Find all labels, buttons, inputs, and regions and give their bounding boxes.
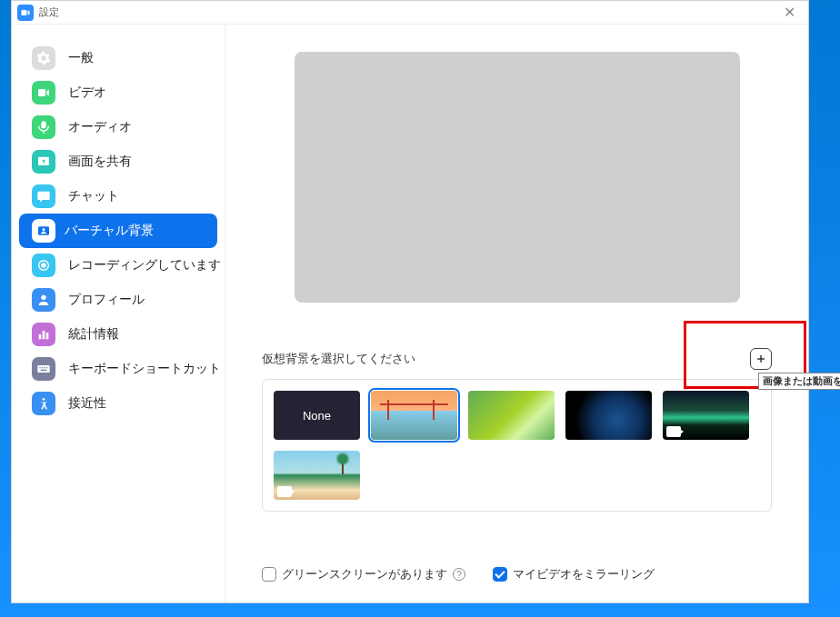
sidebar-item-share[interactable]: 画面を共有 [12,144,225,179]
app-icon [17,5,34,21]
mirror-checkbox[interactable]: マイビデオをミラーリング [493,566,655,582]
video-badge-icon [666,426,681,437]
sidebar-item-label: レコーディングしています [68,257,221,274]
svg-rect-13 [42,367,43,368]
content-area: 一般 ビデオ オーディオ 画面を共有 [12,25,808,602]
sidebar-item-keyboard[interactable]: キーボードショートカット [12,352,225,386]
keyboard-icon [32,357,55,381]
share-icon [32,150,55,174]
background-beach[interactable] [274,451,360,500]
profile-icon [32,288,55,312]
mirror-label: マイビデオをミラーリング [513,566,655,582]
background-selector: None [262,379,772,512]
sidebar-item-label: キーボードショートカット [68,361,221,377]
svg-rect-16 [41,370,47,371]
svg-rect-12 [39,367,40,368]
main-panel: 仮想背景を選択してください ＋ 画像または動画を追加 None [225,25,808,602]
svg-point-4 [43,228,45,231]
virtual-background-icon [32,219,55,243]
sidebar-item-label: オーディオ [68,119,132,135]
sidebar-item-label: 統計情報 [68,326,119,343]
svg-rect-8 [39,334,42,339]
svg-rect-0 [22,10,27,15]
sidebar-item-recording[interactable]: レコーディングしています [12,248,225,283]
sidebar-item-label: 画面を共有 [68,154,132,170]
checkbox-icon [262,567,276,582]
svg-point-17 [43,398,45,401]
sidebar-item-label: プロフィール [68,292,145,308]
sidebar-item-audio[interactable]: オーディオ [12,110,225,144]
close-button[interactable]: ✕ [775,1,803,25]
add-tooltip: 画像または動画を追加 [758,373,840,390]
video-preview [295,52,740,303]
checkbox-icon [493,567,507,582]
sidebar-item-chat[interactable]: チャット [12,179,225,214]
greenscreen-checkbox[interactable]: グリーンスクリーンがあります ? [262,566,465,582]
bottom-options: グリーンスクリーンがあります ? マイビデオをミラーリング [262,566,655,582]
svg-rect-9 [43,331,45,339]
section-label: 仮想背景を選択してください [262,351,415,367]
svg-rect-10 [46,333,49,339]
sidebar-item-label: ビデオ [68,85,106,101]
sidebar-item-label: 接近性 [68,395,106,412]
sidebar-item-label: チャット [68,188,119,204]
sidebar-item-virtual-background[interactable]: バーチャル背景 [19,214,217,248]
none-label: None [303,409,331,423]
video-icon [32,81,55,104]
settings-window: 設定 ✕ 一般 ビデオ オーディオ [11,0,809,603]
svg-rect-1 [38,89,45,96]
titlebar: 設定 ✕ [12,1,808,25]
sidebar-item-general[interactable]: 一般 [12,41,225,75]
sidebar-item-label: 一般 [68,50,94,66]
background-grass[interactable] [468,391,555,440]
record-icon [32,254,55,277]
chat-icon [32,184,55,208]
accessibility-icon [32,392,55,415]
sidebar: 一般 ビデオ オーディオ 画面を共有 [12,25,225,602]
svg-point-7 [41,295,45,300]
svg-rect-11 [37,365,49,373]
gear-icon [32,46,55,70]
sidebar-item-profile[interactable]: プロフィール [12,283,225,317]
stats-icon [32,323,55,346]
help-icon[interactable]: ? [453,568,465,581]
background-bridge[interactable] [371,391,457,440]
sidebar-item-video[interactable]: ビデオ [12,75,225,110]
background-earth[interactable] [565,391,652,440]
video-badge-icon [277,486,292,497]
background-aurora[interactable] [663,391,749,440]
svg-rect-15 [46,367,47,368]
svg-point-6 [42,264,45,267]
sidebar-item-label: バーチャル背景 [65,223,154,239]
window-title: 設定 [39,5,775,19]
add-background-button[interactable]: ＋ 画像または動画を追加 [750,348,772,370]
audio-icon [32,115,55,139]
svg-rect-14 [45,367,45,368]
sidebar-item-stats[interactable]: 統計情報 [12,317,225,352]
section-header: 仮想背景を選択してください ＋ 画像または動画を追加 [262,348,772,370]
greenscreen-label: グリーンスクリーンがあります [282,566,447,582]
background-none[interactable]: None [274,391,360,440]
sidebar-item-accessibility[interactable]: 接近性 [12,386,225,421]
